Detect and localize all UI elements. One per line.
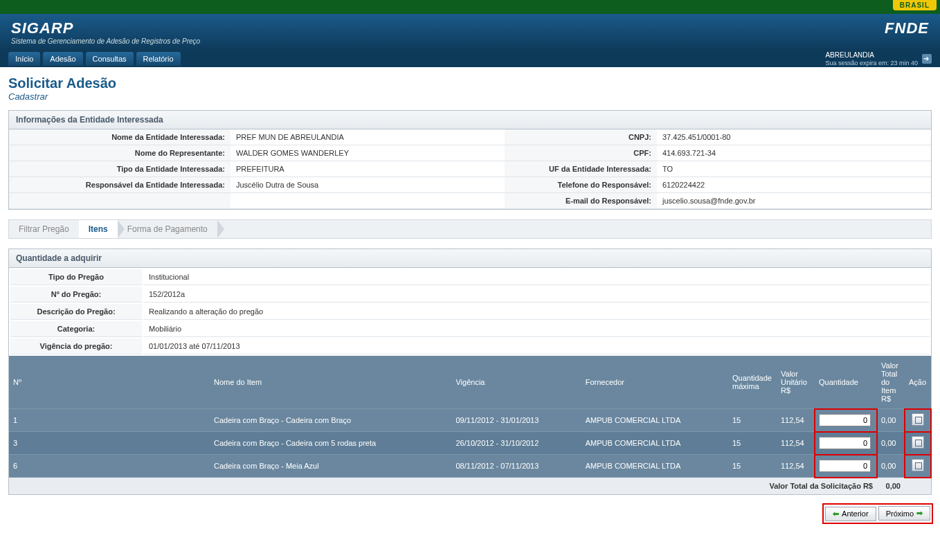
cell: Cadeira com Braço - Cadeira com Braço [210, 409, 451, 432]
cell: 15 [728, 432, 777, 455]
entity-field-label: Telefone do Responsável: [505, 177, 657, 193]
cell: 26/10/2012 - 31/10/2012 [451, 432, 581, 455]
meta-label: Categoria: [10, 321, 142, 337]
cell: 3 [9, 432, 210, 455]
entity-field-label: Tipo da Entidade Interessada: [9, 161, 231, 177]
entity-panel-title: Informações da Entidade Interessada [9, 111, 931, 129]
col-header: Nome do Item [210, 356, 451, 409]
next-label: Próximo [886, 509, 914, 518]
gov-top-stripe: BRASIL [0, 0, 940, 14]
detail-icon[interactable] [912, 413, 924, 426]
page-title: Solicitar Adesão [8, 75, 932, 91]
col-header: Ação [905, 356, 931, 409]
quantity-input[interactable] [819, 460, 871, 472]
app-subtitle: Sistema de Gerenciamento de Adesão de Re… [11, 37, 200, 45]
next-button[interactable]: Próximo ➡ [878, 506, 930, 521]
menu-relatorio[interactable]: Relatório [136, 52, 181, 66]
entity-field-label: Responsável da Entidade Interessada: [9, 177, 231, 193]
total-row: Valor Total da Solicitação R$ 0,00 [9, 478, 931, 495]
cell: 112,54 [777, 432, 815, 455]
entity-field-value: juscelio.sousa@fnde.gov.br [657, 193, 931, 209]
org-logo: FNDE [885, 19, 929, 37]
entity-field-label: Nome do Representante: [9, 145, 231, 161]
meta-value: 152/2012a [143, 287, 930, 302]
entity-field-label: E-mail do Responsável: [505, 193, 657, 209]
cell: AMPUB COMERCIAL LTDA [581, 432, 728, 455]
nav-buttons: ⬅ Anterior Próximo ➡ [8, 505, 932, 523]
cell: AMPUB COMERCIAL LTDA [581, 455, 728, 478]
prev-button[interactable]: ⬅ Anterior [825, 507, 876, 521]
meta-label: Tipo do Pregão [10, 269, 142, 285]
page-subtitle: Cadastrar [8, 91, 932, 102]
entity-field-value: TO [657, 161, 931, 177]
entity-field-label: Nome da Entidade Interessada: [9, 129, 231, 145]
menu-adesao[interactable]: Adesão [43, 52, 82, 66]
col-header: Quantidade [815, 356, 877, 409]
entity-field-value: 37.425.451/0001-80 [657, 129, 931, 145]
menu-inicio[interactable]: Início [8, 52, 40, 66]
session-location: ABREULANDIA [825, 51, 918, 60]
wizard-steps: Filtrar Pregão Itens Forma de Pagamento [8, 219, 932, 239]
menu-consultas[interactable]: Consultas [86, 52, 134, 66]
entity-field-label: CNPJ: [505, 129, 657, 145]
cell: 09/11/2012 - 31/01/2013 [451, 409, 581, 432]
step-filtrar[interactable]: Filtrar Pregão [9, 220, 79, 238]
cell: 6 [9, 455, 210, 478]
qty-cell [815, 455, 877, 478]
table-row: 3Cadeira com Braço - Cadeira com 5 rodas… [9, 432, 931, 455]
quantity-input[interactable] [819, 437, 871, 449]
col-header: Nº [9, 356, 210, 409]
arrow-left-icon: ⬅ [833, 509, 839, 518]
total-label: Valor Total da Solicitação R$ [9, 478, 877, 495]
main-menu: Início Adesão Consultas Relatório ABREUL… [0, 51, 940, 67]
cell: 15 [728, 455, 777, 478]
action-cell [905, 455, 931, 478]
acquire-panel-title: Quantidade a adquirir [9, 249, 931, 268]
meta-value: Institucional [143, 269, 930, 285]
cell: 112,54 [777, 409, 815, 432]
logo-area: SIGARP Sistema de Gerenciamento de Adesã… [11, 19, 200, 45]
app-header: SIGARP Sistema de Gerenciamento de Adesã… [0, 14, 940, 51]
entity-field-value: PREF MUN DE ABREULANDIA [231, 129, 505, 145]
entity-field-label: CPF: [505, 145, 657, 161]
row-total: 0,00 [877, 409, 905, 432]
entity-field-value: PREFEITURA [231, 161, 505, 177]
items-table: NºNome do ItemVigênciaFornecedorQuantida… [9, 356, 931, 494]
logout-icon[interactable] [922, 54, 932, 64]
arrow-right-icon: ➡ [916, 509, 923, 518]
cell: AMPUB COMERCIAL LTDA [581, 409, 728, 432]
session-info: ABREULANDIA Sua sessão expira em: 23 min… [825, 51, 932, 68]
step-itens[interactable]: Itens [79, 220, 118, 238]
entity-field-value: 414.693.721-34 [657, 145, 931, 161]
table-row: 1Cadeira com Braço - Cadeira com Braço09… [9, 409, 931, 432]
col-header: Vigência [451, 356, 581, 409]
action-cell [905, 409, 931, 432]
meta-value: Mobiliário [143, 321, 930, 337]
cell: 1 [9, 409, 210, 432]
entity-field-value: 6120224422 [657, 177, 931, 193]
qty-cell [815, 409, 877, 432]
entity-field-label: UF da Entidade Interessada: [505, 161, 657, 177]
entity-field-value: WALDER GOMES WANDERLEY [231, 145, 505, 161]
col-header: Fornecedor [581, 356, 728, 409]
col-header: Quantidade máxima [728, 356, 777, 409]
brasil-badge[interactable]: BRASIL [893, 0, 937, 10]
cell: 112,54 [777, 455, 815, 478]
meta-label: Nº do Pregão: [10, 287, 142, 302]
cell: 08/11/2012 - 07/11/2013 [451, 455, 581, 478]
col-header: Valor Unitário R$ [777, 356, 815, 409]
session-expires: Sua sessão expira em: 23 min 40 [825, 60, 918, 66]
step-pagamento[interactable]: Forma de Pagamento [118, 220, 217, 238]
row-total: 0,00 [877, 432, 905, 455]
table-row: 6Cadeira com Braço - Meia Azul08/11/2012… [9, 455, 931, 478]
action-cell [905, 432, 931, 455]
quantity-input[interactable] [819, 414, 871, 426]
meta-value: 01/01/2013 até 07/11/2013 [143, 338, 930, 354]
acquire-panel: Quantidade a adquirir Tipo do PregãoInst… [8, 249, 932, 495]
meta-label: Descrição do Pregão: [10, 304, 142, 320]
entity-field-value: Juscélio Dutra de Sousa [231, 177, 505, 193]
cell: Cadeira com Braço - Meia Azul [210, 455, 451, 478]
detail-icon[interactable] [912, 459, 924, 471]
meta-label: Vigência do pregão: [10, 338, 142, 354]
detail-icon[interactable] [912, 436, 924, 449]
